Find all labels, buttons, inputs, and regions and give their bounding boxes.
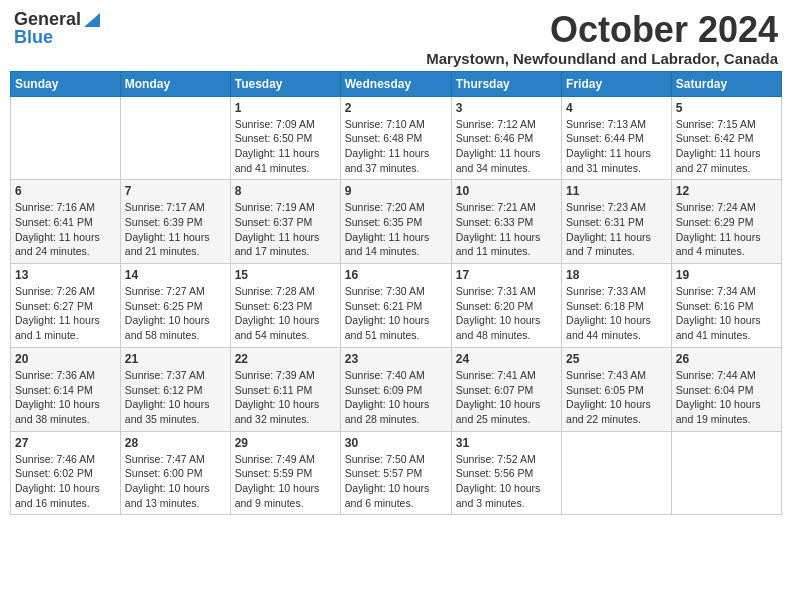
svg-marker-0 bbox=[84, 13, 100, 27]
calendar-cell bbox=[562, 431, 672, 515]
day-number: 13 bbox=[15, 268, 116, 282]
calendar-cell: 8Sunrise: 7:19 AMSunset: 6:37 PMDaylight… bbox=[230, 180, 340, 264]
calendar-cell: 28Sunrise: 7:47 AMSunset: 6:00 PMDayligh… bbox=[120, 431, 230, 515]
calendar-cell: 13Sunrise: 7:26 AMSunset: 6:27 PMDayligh… bbox=[11, 264, 121, 348]
day-info: Sunrise: 7:34 AMSunset: 6:16 PMDaylight:… bbox=[676, 284, 777, 343]
day-number: 25 bbox=[566, 352, 667, 366]
calendar-cell: 2Sunrise: 7:10 AMSunset: 6:48 PMDaylight… bbox=[340, 96, 451, 180]
day-info: Sunrise: 7:50 AMSunset: 5:57 PMDaylight:… bbox=[345, 452, 447, 511]
day-number: 5 bbox=[676, 101, 777, 115]
calendar-cell: 3Sunrise: 7:12 AMSunset: 6:46 PMDaylight… bbox=[451, 96, 561, 180]
day-number: 9 bbox=[345, 184, 447, 198]
calendar-week-row: 1Sunrise: 7:09 AMSunset: 6:50 PMDaylight… bbox=[11, 96, 782, 180]
calendar-cell: 23Sunrise: 7:40 AMSunset: 6:09 PMDayligh… bbox=[340, 347, 451, 431]
calendar-cell: 25Sunrise: 7:43 AMSunset: 6:05 PMDayligh… bbox=[562, 347, 672, 431]
day-info: Sunrise: 7:16 AMSunset: 6:41 PMDaylight:… bbox=[15, 200, 116, 259]
day-info: Sunrise: 7:23 AMSunset: 6:31 PMDaylight:… bbox=[566, 200, 667, 259]
calendar-header-row: SundayMondayTuesdayWednesdayThursdayFrid… bbox=[11, 71, 782, 96]
calendar-cell: 29Sunrise: 7:49 AMSunset: 5:59 PMDayligh… bbox=[230, 431, 340, 515]
day-number: 29 bbox=[235, 436, 336, 450]
calendar-cell: 17Sunrise: 7:31 AMSunset: 6:20 PMDayligh… bbox=[451, 264, 561, 348]
calendar-cell: 27Sunrise: 7:46 AMSunset: 6:02 PMDayligh… bbox=[11, 431, 121, 515]
calendar-week-row: 6Sunrise: 7:16 AMSunset: 6:41 PMDaylight… bbox=[11, 180, 782, 264]
day-info: Sunrise: 7:09 AMSunset: 6:50 PMDaylight:… bbox=[235, 117, 336, 176]
day-number: 24 bbox=[456, 352, 557, 366]
day-header-monday: Monday bbox=[120, 71, 230, 96]
calendar-cell: 12Sunrise: 7:24 AMSunset: 6:29 PMDayligh… bbox=[671, 180, 781, 264]
calendar-cell: 24Sunrise: 7:41 AMSunset: 6:07 PMDayligh… bbox=[451, 347, 561, 431]
day-info: Sunrise: 7:27 AMSunset: 6:25 PMDaylight:… bbox=[125, 284, 226, 343]
calendar-cell: 5Sunrise: 7:15 AMSunset: 6:42 PMDaylight… bbox=[671, 96, 781, 180]
calendar-cell: 16Sunrise: 7:30 AMSunset: 6:21 PMDayligh… bbox=[340, 264, 451, 348]
calendar-cell bbox=[671, 431, 781, 515]
calendar-cell: 31Sunrise: 7:52 AMSunset: 5:56 PMDayligh… bbox=[451, 431, 561, 515]
day-info: Sunrise: 7:17 AMSunset: 6:39 PMDaylight:… bbox=[125, 200, 226, 259]
day-number: 22 bbox=[235, 352, 336, 366]
day-header-friday: Friday bbox=[562, 71, 672, 96]
day-info: Sunrise: 7:10 AMSunset: 6:48 PMDaylight:… bbox=[345, 117, 447, 176]
day-number: 11 bbox=[566, 184, 667, 198]
day-info: Sunrise: 7:46 AMSunset: 6:02 PMDaylight:… bbox=[15, 452, 116, 511]
day-info: Sunrise: 7:49 AMSunset: 5:59 PMDaylight:… bbox=[235, 452, 336, 511]
day-info: Sunrise: 7:13 AMSunset: 6:44 PMDaylight:… bbox=[566, 117, 667, 176]
day-header-wednesday: Wednesday bbox=[340, 71, 451, 96]
day-info: Sunrise: 7:24 AMSunset: 6:29 PMDaylight:… bbox=[676, 200, 777, 259]
calendar-cell: 10Sunrise: 7:21 AMSunset: 6:33 PMDayligh… bbox=[451, 180, 561, 264]
calendar-cell: 1Sunrise: 7:09 AMSunset: 6:50 PMDaylight… bbox=[230, 96, 340, 180]
calendar-week-row: 27Sunrise: 7:46 AMSunset: 6:02 PMDayligh… bbox=[11, 431, 782, 515]
day-number: 19 bbox=[676, 268, 777, 282]
location-title: Marystown, Newfoundland and Labrador, Ca… bbox=[426, 50, 778, 67]
day-number: 26 bbox=[676, 352, 777, 366]
day-number: 14 bbox=[125, 268, 226, 282]
day-header-sunday: Sunday bbox=[11, 71, 121, 96]
day-number: 28 bbox=[125, 436, 226, 450]
day-info: Sunrise: 7:39 AMSunset: 6:11 PMDaylight:… bbox=[235, 368, 336, 427]
day-number: 8 bbox=[235, 184, 336, 198]
day-info: Sunrise: 7:43 AMSunset: 6:05 PMDaylight:… bbox=[566, 368, 667, 427]
day-header-thursday: Thursday bbox=[451, 71, 561, 96]
calendar-cell: 14Sunrise: 7:27 AMSunset: 6:25 PMDayligh… bbox=[120, 264, 230, 348]
calendar-cell: 18Sunrise: 7:33 AMSunset: 6:18 PMDayligh… bbox=[562, 264, 672, 348]
day-info: Sunrise: 7:19 AMSunset: 6:37 PMDaylight:… bbox=[235, 200, 336, 259]
day-info: Sunrise: 7:52 AMSunset: 5:56 PMDaylight:… bbox=[456, 452, 557, 511]
day-number: 10 bbox=[456, 184, 557, 198]
day-info: Sunrise: 7:40 AMSunset: 6:09 PMDaylight:… bbox=[345, 368, 447, 427]
day-info: Sunrise: 7:21 AMSunset: 6:33 PMDaylight:… bbox=[456, 200, 557, 259]
day-number: 2 bbox=[345, 101, 447, 115]
day-info: Sunrise: 7:12 AMSunset: 6:46 PMDaylight:… bbox=[456, 117, 557, 176]
title-section: October 2024 Marystown, Newfoundland and… bbox=[426, 10, 778, 67]
logo-triangle-icon bbox=[84, 13, 100, 27]
calendar-cell bbox=[120, 96, 230, 180]
day-info: Sunrise: 7:36 AMSunset: 6:14 PMDaylight:… bbox=[15, 368, 116, 427]
day-number: 16 bbox=[345, 268, 447, 282]
calendar-cell: 11Sunrise: 7:23 AMSunset: 6:31 PMDayligh… bbox=[562, 180, 672, 264]
calendar-cell: 19Sunrise: 7:34 AMSunset: 6:16 PMDayligh… bbox=[671, 264, 781, 348]
day-number: 17 bbox=[456, 268, 557, 282]
day-number: 20 bbox=[15, 352, 116, 366]
calendar-cell: 21Sunrise: 7:37 AMSunset: 6:12 PMDayligh… bbox=[120, 347, 230, 431]
day-info: Sunrise: 7:30 AMSunset: 6:21 PMDaylight:… bbox=[345, 284, 447, 343]
day-number: 31 bbox=[456, 436, 557, 450]
day-number: 27 bbox=[15, 436, 116, 450]
calendar-cell: 7Sunrise: 7:17 AMSunset: 6:39 PMDaylight… bbox=[120, 180, 230, 264]
calendar-cell: 15Sunrise: 7:28 AMSunset: 6:23 PMDayligh… bbox=[230, 264, 340, 348]
day-number: 12 bbox=[676, 184, 777, 198]
day-number: 23 bbox=[345, 352, 447, 366]
logo: General Blue bbox=[14, 10, 100, 46]
day-number: 21 bbox=[125, 352, 226, 366]
day-info: Sunrise: 7:20 AMSunset: 6:35 PMDaylight:… bbox=[345, 200, 447, 259]
month-title: October 2024 bbox=[426, 10, 778, 50]
day-info: Sunrise: 7:31 AMSunset: 6:20 PMDaylight:… bbox=[456, 284, 557, 343]
calendar-table: SundayMondayTuesdayWednesdayThursdayFrid… bbox=[10, 71, 782, 516]
day-info: Sunrise: 7:44 AMSunset: 6:04 PMDaylight:… bbox=[676, 368, 777, 427]
calendar-cell: 6Sunrise: 7:16 AMSunset: 6:41 PMDaylight… bbox=[11, 180, 121, 264]
calendar-cell: 4Sunrise: 7:13 AMSunset: 6:44 PMDaylight… bbox=[562, 96, 672, 180]
calendar-cell: 26Sunrise: 7:44 AMSunset: 6:04 PMDayligh… bbox=[671, 347, 781, 431]
page-header: General Blue October 2024 Marystown, New… bbox=[10, 10, 782, 67]
day-info: Sunrise: 7:37 AMSunset: 6:12 PMDaylight:… bbox=[125, 368, 226, 427]
day-number: 18 bbox=[566, 268, 667, 282]
day-number: 15 bbox=[235, 268, 336, 282]
calendar-cell: 22Sunrise: 7:39 AMSunset: 6:11 PMDayligh… bbox=[230, 347, 340, 431]
calendar-cell: 9Sunrise: 7:20 AMSunset: 6:35 PMDaylight… bbox=[340, 180, 451, 264]
logo-general-text: General bbox=[14, 10, 81, 28]
